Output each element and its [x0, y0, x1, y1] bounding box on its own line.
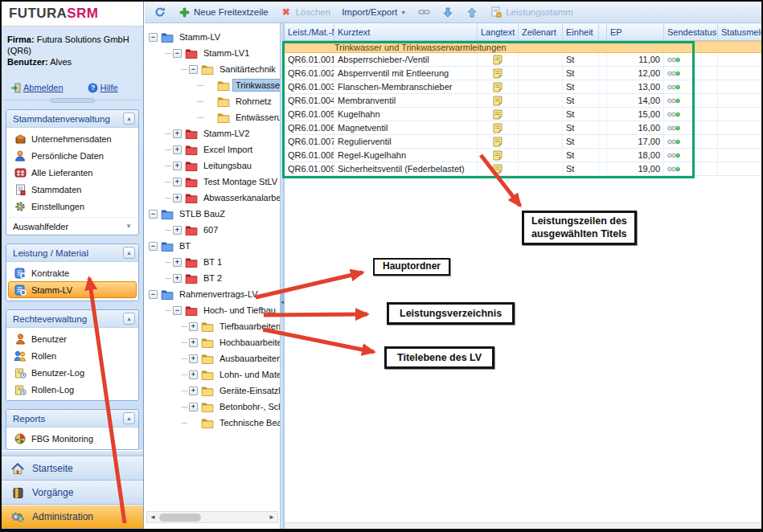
nav-item-startseite[interactable]: Startseite	[2, 456, 143, 481]
collapse-node-icon[interactable]: −	[149, 290, 158, 299]
sidebar-item-einstellungen[interactable]: Einstellungen	[8, 198, 137, 215]
scroll-right-icon[interactable]: ►	[266, 514, 277, 521]
tree-node[interactable]: +Abwasserkanalarbeiten	[149, 190, 280, 206]
column-header-Leist./Mat.-Nr.[interactable]: Leist./Mat.-Nr.	[285, 23, 334, 40]
table-group-row[interactable]: Trinkwasser und Trinkwasserwarmleitungen	[285, 41, 761, 53]
sidebar-item-rollen-log[interactable]: Rollen-Log	[8, 381, 137, 398]
tree-node[interactable]: −Sanitärtechnik	[149, 61, 280, 77]
tree-node[interactable]: Rohrnetz	[149, 93, 280, 109]
column-header-EP[interactable]: EP	[607, 23, 664, 40]
cell-langtext[interactable]	[478, 67, 519, 80]
bottom-nav-splitter[interactable]	[2, 450, 143, 456]
tree-node[interactable]: +Excel Import	[149, 141, 280, 158]
scrollbar-thumb[interactable]	[159, 514, 201, 522]
sidebar-item-fbg-monitoring[interactable]: FBG Monitoring	[8, 430, 137, 447]
tree-node[interactable]: +Test Montage StLV	[149, 174, 280, 190]
table-row[interactable]: QR6.01.0050KugelhahnSt15,00	[285, 108, 761, 121]
tree-node[interactable]: −Rahmenvertrags-LV	[149, 286, 280, 302]
toolbar-move-up-button[interactable]	[461, 4, 483, 20]
sidebar-item-alle-lieferanten[interactable]: Alle Lieferanten	[8, 164, 137, 181]
sidebar-item-unternehmensdaten[interactable]: Unternehmensdaten	[8, 130, 137, 147]
expand-node-icon[interactable]: +	[173, 274, 182, 283]
tree-node[interactable]: +BT 1	[149, 254, 280, 270]
tree-node[interactable]: +Stamm-LV2	[149, 125, 280, 141]
collapse-icon[interactable]: ▲	[123, 313, 135, 325]
table-row[interactable]: QR6.01.0010Absperrschieber-/VentilSt11,0…	[285, 53, 761, 67]
cell-langtext[interactable]	[478, 121, 519, 134]
collapse-icon[interactable]: ▲	[123, 247, 135, 259]
tree-node[interactable]: +Geräte-Einsatzliste	[149, 383, 280, 399]
table-row[interactable]: QR6.01.0030Flanschen-MembranschieberSt13…	[285, 80, 761, 94]
scroll-left-icon[interactable]: ◄	[147, 514, 158, 521]
collapse-node-icon[interactable]: −	[149, 33, 158, 42]
sidebar-item-rollen[interactable]: Rollen	[8, 347, 137, 364]
expand-node-icon[interactable]: +	[173, 194, 182, 203]
sidebar-item-benutzer[interactable]: Benutzer	[8, 330, 137, 347]
cell-langtext[interactable]	[478, 53, 519, 66]
table-row[interactable]: QR6.01.0020Absperrventil mit EntleerungS…	[285, 67, 761, 80]
expand-node-icon[interactable]: +	[173, 178, 182, 186]
expand-node-icon[interactable]: +	[173, 258, 182, 267]
tree-node[interactable]: +Hochbauarbeiten	[149, 334, 280, 350]
tree-node[interactable]: Technische Bearbeit	[149, 415, 280, 431]
toolbar-move-down-button[interactable]	[437, 4, 459, 20]
collapse-node-icon[interactable]: −	[149, 210, 158, 219]
tree-node[interactable]: −BT	[149, 238, 280, 254]
menu-section-header[interactable]: Stammdatenverwaltung▲	[6, 110, 138, 128]
menu-section-header[interactable]: Leistung / Material▲	[6, 244, 138, 262]
expand-node-icon[interactable]: +	[189, 387, 198, 395]
column-header-Langtext[interactable]: Langtext	[478, 23, 519, 40]
collapse-icon[interactable]: ▲	[123, 412, 135, 424]
collapse-node-icon[interactable]: −	[173, 306, 182, 315]
tree-node[interactable]: −Hoch- und Tiefbau	[149, 302, 280, 318]
cell-langtext[interactable]	[478, 108, 519, 121]
expand-node-icon[interactable]: +	[173, 226, 182, 235]
sidebar-item-auswahlfelder[interactable]: Auswahlfelder▼	[6, 217, 138, 235]
chevron-down-icon[interactable]: ▼	[125, 223, 132, 230]
column-header-Sendestatus[interactable]: Sendestatus	[664, 23, 718, 40]
column-header-Statusmeldung[interactable]: Statusmeldung	[718, 23, 763, 40]
toolbar-new-freitext-row-button[interactable]: Neue Freitextzeile	[173, 4, 273, 20]
cell-langtext[interactable]	[478, 94, 519, 107]
cell-langtext[interactable]	[478, 80, 519, 93]
table-row[interactable]: QR6.01.0080Regel-KugelhahnSt18,00	[285, 149, 761, 162]
sidebar-item-benutzer-log[interactable]: Benutzer-Log	[8, 364, 137, 381]
help-link[interactable]: ?Hilfe	[88, 82, 118, 93]
table-row[interactable]: QR6.01.0060MagnetventilSt16,00	[285, 121, 761, 135]
collapse-node-icon[interactable]: −	[173, 49, 182, 58]
cell-langtext[interactable]	[478, 149, 519, 162]
expand-node-icon[interactable]: +	[173, 129, 182, 138]
tree-node[interactable]: +BT 2	[149, 270, 280, 286]
expand-node-icon[interactable]: +	[189, 338, 198, 347]
cell-langtext[interactable]	[478, 135, 519, 148]
tree-node[interactable]: +Lohn- und Material-F	[149, 366, 280, 383]
menu-section-header[interactable]: Reports▲	[6, 410, 138, 428]
expand-node-icon[interactable]: +	[189, 322, 198, 331]
expand-node-icon[interactable]: +	[189, 370, 198, 379]
expand-node-icon[interactable]: +	[173, 162, 182, 170]
sidebar-splitter[interactable]	[2, 100, 142, 106]
table-row[interactable]: QR6.01.0040MembranventilSt14,00	[285, 94, 761, 108]
logout-link[interactable]: Abmelden	[10, 82, 64, 93]
tree-node[interactable]: +Ausbauarbeiten	[149, 350, 280, 366]
collapse-node-icon[interactable]: −	[189, 65, 198, 74]
tree-node[interactable]: −Stamm-LV	[149, 29, 280, 45]
nav-item-administration[interactable]: Administration	[2, 505, 143, 529]
tree-node[interactable]: +607	[149, 222, 280, 238]
tree-node[interactable]: +Leitungsbau	[149, 158, 280, 174]
tree-node[interactable]: +Tiefbauarbeiten	[149, 318, 280, 334]
sidebar-item-stammdaten[interactable]: Stammdaten	[8, 181, 137, 198]
tree-node[interactable]: −STLB BauZ	[149, 206, 280, 222]
sidebar-item-persönliche-daten[interactable]: Persönliche Daten	[8, 147, 137, 164]
toolbar-import-export-button[interactable]: Import/Export▼	[337, 6, 411, 18]
toolbar-refresh-button[interactable]	[149, 4, 171, 20]
sidebar-item-stamm-lv[interactable]: Stamm-LV	[8, 281, 137, 298]
tree-node[interactable]: −Stamm-LV1	[149, 45, 280, 61]
column-header-Zeilenart[interactable]: Zeilenart	[519, 23, 563, 40]
column-header-Einheit[interactable]: Einheit	[563, 23, 599, 40]
tree-node[interactable]: Trinkwasser und	[149, 77, 280, 93]
table-row[interactable]: QR6.01.0070RegulierventilSt17,00	[285, 135, 761, 149]
collapse-node-icon[interactable]: −	[149, 242, 158, 251]
nav-item-vorgänge[interactable]: Vorgänge	[2, 481, 143, 505]
tree-horizontal-scrollbar[interactable]: ◄ ►	[146, 511, 278, 523]
